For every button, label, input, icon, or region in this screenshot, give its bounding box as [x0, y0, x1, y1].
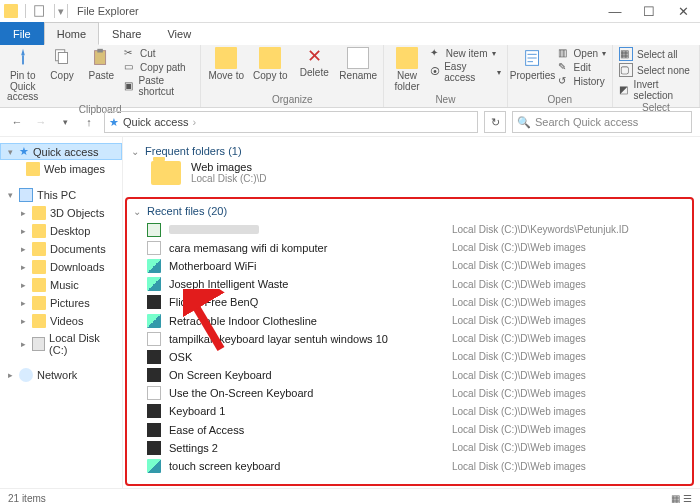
recent-file-row[interactable]: tampilkan keyboard layar sentuh windows … [147, 330, 688, 347]
recent-files-highlight: ⌄Recent files (20) Local Disk (C:)\D\Key… [125, 197, 694, 486]
file-path: Local Disk (C:)\D\Web images [452, 297, 586, 308]
paste-shortcut-button[interactable]: ▣Paste shortcut [124, 75, 194, 97]
file-icon [147, 295, 161, 309]
recent-file-row[interactable]: Ease of AccessLocal Disk (C:)\D\Web imag… [147, 421, 688, 438]
file-name: OSK [169, 351, 444, 363]
file-icon [147, 350, 161, 364]
address-field[interactable]: ★ Quick access› [104, 111, 478, 133]
file-icon [147, 441, 161, 455]
select-none-button[interactable]: ▢Select none [619, 63, 693, 77]
sidebar-item-webimages[interactable]: Web images [0, 160, 122, 178]
close-button[interactable]: ✕ [666, 0, 700, 22]
copy-to-button[interactable]: Copy to [251, 47, 289, 93]
back-button[interactable]: ← [8, 113, 26, 131]
recent-files-header[interactable]: ⌄Recent files (20) [133, 205, 688, 217]
file-path: Local Disk (C:)\D\Web images [452, 442, 586, 453]
recent-file-row[interactable]: Flicker Free BenQLocal Disk (C:)\D\Web i… [147, 294, 688, 311]
history-button[interactable]: ↺History [558, 75, 606, 87]
file-path: Local Disk (C:)\D\Web images [452, 242, 586, 253]
recent-file-row[interactable]: Use the On-Screen KeyboardLocal Disk (C:… [147, 385, 688, 402]
recent-file-row[interactable]: cara memasang wifi di komputerLocal Disk… [147, 239, 688, 256]
sidebar-item[interactable]: ▸Music [0, 276, 122, 294]
file-path: Local Disk (C:)\D\Web images [452, 260, 586, 271]
sidebar-item[interactable]: ▸Local Disk (C:) [0, 330, 122, 358]
file-name: tampilkan keyboard layar sentuh windows … [169, 333, 444, 345]
file-icon [147, 223, 161, 237]
open-button[interactable]: ▥Open▾ [558, 47, 606, 59]
ribbon-tabs: File Home Share View [0, 23, 700, 45]
recent-file-row[interactable]: Keyboard 1Local Disk (C:)\D\Web images [147, 403, 688, 420]
frequent-folder-item[interactable]: Web images Local Disk (C:)\D [131, 161, 696, 185]
forward-button[interactable]: → [32, 113, 50, 131]
file-name: Settings 2 [169, 442, 444, 454]
file-name: Flicker Free BenQ [169, 296, 444, 308]
file-name: Use the On-Screen Keyboard [169, 387, 444, 399]
move-to-button[interactable]: Move to [207, 47, 245, 93]
maximize-button[interactable]: ☐ [632, 0, 666, 22]
window-title: File Explorer [77, 5, 139, 17]
tab-share[interactable]: Share [99, 22, 154, 45]
recent-file-row[interactable]: Motherboard WiFiLocal Disk (C:)\D\Web im… [147, 257, 688, 274]
recent-file-row[interactable]: Joseph Intelligent WasteLocal Disk (C:)\… [147, 276, 688, 293]
svg-rect-0 [35, 6, 44, 17]
cut-button[interactable]: ✂Cut [124, 47, 194, 59]
delete-button[interactable]: ✕Delete [295, 47, 333, 93]
svg-rect-5 [98, 49, 104, 53]
tab-home[interactable]: Home [44, 22, 99, 45]
quick-access-icon: ★ [109, 116, 119, 129]
sidebar-item[interactable]: ▸Documents [0, 240, 122, 258]
new-item-button[interactable]: ✦New item▾ [430, 47, 501, 59]
file-icon [147, 386, 161, 400]
properties-button[interactable]: Properties [514, 47, 552, 93]
sidebar-item[interactable]: ▸3D Objects [0, 204, 122, 222]
file-path: Local Disk (C:)\D\Web images [452, 370, 586, 381]
sidebar-item[interactable]: ▸Videos [0, 312, 122, 330]
sidebar-item[interactable]: ▸Pictures [0, 294, 122, 312]
view-toggle[interactable]: ▦ ☰ [671, 493, 692, 504]
edit-button[interactable]: ✎Edit [558, 61, 606, 73]
sidebar-quick-access[interactable]: ▾★Quick access [0, 143, 122, 160]
file-path: Local Disk (C:)\D\Web images [452, 388, 586, 399]
sidebar-item[interactable]: ▸Downloads [0, 258, 122, 276]
search-box[interactable]: 🔍 Search Quick access [512, 111, 692, 133]
recent-file-row[interactable]: Local Disk (C:)\D\Keywords\Petunjuk.ID [147, 221, 688, 238]
recent-file-row[interactable]: OSKLocal Disk (C:)\D\Web images [147, 348, 688, 365]
app-icon [4, 4, 18, 18]
file-path: Local Disk (C:)\D\Web images [452, 351, 586, 362]
file-path: Local Disk (C:)\D\Web images [452, 279, 586, 290]
frequent-folders-header[interactable]: ⌄Frequent folders (1) [131, 145, 696, 157]
copy-button[interactable]: Copy [45, 47, 78, 103]
copy-path-button[interactable]: ▭Copy path [124, 61, 194, 73]
file-icon [147, 459, 161, 473]
file-name: On Screen Keyboard [169, 369, 444, 381]
recent-locations-button[interactable]: ▾ [56, 113, 74, 131]
invert-selection-button[interactable]: ◩Invert selection [619, 79, 693, 101]
title-bar: ▾ File Explorer — ☐ ✕ [0, 0, 700, 23]
refresh-button[interactable]: ↻ [484, 111, 506, 133]
select-all-button[interactable]: ▦Select all [619, 47, 693, 61]
qat-props-icon[interactable] [33, 4, 47, 18]
file-name: Retractable Indoor Clothesline [169, 315, 444, 327]
address-bar: ← → ▾ ↑ ★ Quick access› ↻ 🔍 Search Quick… [0, 108, 700, 137]
recent-file-row[interactable]: Settings 2Local Disk (C:)\D\Web images [147, 439, 688, 456]
content-pane: ⌄Frequent folders (1) Web images Local D… [123, 137, 700, 488]
up-button[interactable]: ↑ [80, 113, 98, 131]
rename-button[interactable]: Rename [339, 47, 377, 93]
easy-access-button[interactable]: ⦿Easy access▾ [430, 61, 501, 83]
recent-file-row[interactable]: Retractable Indoor ClotheslineLocal Disk… [147, 312, 688, 329]
file-path: Local Disk (C:)\D\Web images [452, 315, 586, 326]
tab-file[interactable]: File [0, 22, 44, 45]
recent-file-row[interactable]: On Screen KeyboardLocal Disk (C:)\D\Web … [147, 367, 688, 384]
sidebar-network[interactable]: ▸Network [0, 366, 122, 384]
file-icon [147, 241, 161, 255]
new-folder-button[interactable]: New folder [390, 47, 424, 93]
sidebar-item[interactable]: ▸Desktop [0, 222, 122, 240]
minimize-button[interactable]: — [598, 0, 632, 22]
pin-quick-access-button[interactable]: Pin to Quick access [6, 47, 39, 103]
tab-view[interactable]: View [154, 22, 204, 45]
sidebar-this-pc[interactable]: ▾This PC [0, 186, 122, 204]
recent-file-row[interactable]: touch screen keyboardLocal Disk (C:)\D\W… [147, 457, 688, 474]
svg-rect-4 [95, 51, 106, 65]
file-icon [147, 332, 161, 346]
paste-button[interactable]: Paste [85, 47, 118, 103]
